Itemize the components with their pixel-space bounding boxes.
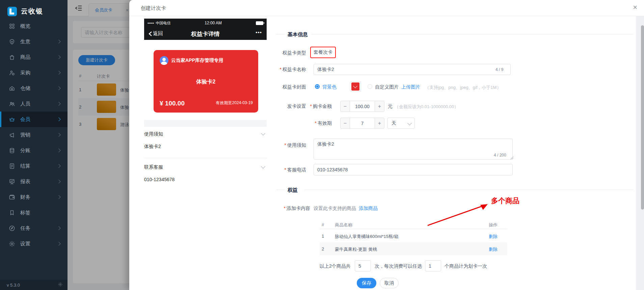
chevron-right-icon: [57, 226, 60, 230]
modal-header: 创建计次卡 ×: [129, 0, 644, 16]
settlement-icon: [9, 163, 15, 169]
service-phone-input[interactable]: [314, 164, 513, 175]
chevron-right-icon: [57, 71, 60, 74]
notice-textarea[interactable]: 体验卡2: [314, 139, 513, 160]
scrollbar-thumb[interactable]: [641, 25, 644, 210]
plus-button[interactable]: +: [375, 118, 384, 129]
save-button[interactable]: 保存: [357, 278, 376, 288]
app-name: 云收银: [21, 7, 43, 16]
report-icon: [9, 178, 15, 185]
plus-button[interactable]: +: [375, 101, 384, 112]
color-swatch-picker[interactable]: [350, 81, 361, 92]
minus-button[interactable]: −: [340, 118, 350, 129]
sidebar-item-task[interactable]: 任务: [0, 220, 68, 236]
phone-status-bar: ••••• 中国电信 12:00 AM: [144, 19, 267, 27]
product-row: 1 脉动仙人掌青橘味600ml*15瓶/箱 删除: [320, 229, 507, 242]
business-icon: [9, 39, 15, 45]
sidebar-footer: v 5.3.0: [0, 280, 68, 290]
validity-input[interactable]: [350, 118, 375, 129]
sidebar-item-marketing[interactable]: 营销: [0, 127, 68, 143]
chevron-down-icon: [407, 121, 412, 125]
minus-button[interactable]: −: [340, 101, 350, 112]
sidebar-item-tag[interactable]: 标签: [0, 205, 68, 220]
delete-link[interactable]: 删除: [489, 234, 498, 240]
section-title-rights: 权益: [288, 187, 298, 193]
gear-icon[interactable]: [58, 282, 63, 288]
usage-notice-text: 体验卡2: [144, 144, 161, 150]
scrollbar-track[interactable]: [636, 16, 644, 290]
chevron-right-icon: [57, 133, 60, 137]
phone-page-title: 权益卡详情: [144, 30, 267, 38]
rule-suffix: 个商品计为划卡一次: [445, 263, 487, 269]
rule-pick-input[interactable]: [425, 260, 441, 271]
chevron-right-icon: [57, 86, 60, 90]
card-price: ¥ 100.00: [160, 100, 185, 107]
background-color-option[interactable]: 背景色: [322, 84, 337, 90]
sidebar-item-member[interactable]: 会员: [0, 112, 68, 127]
goods-icon: [9, 54, 15, 61]
sidebar-item-overview[interactable]: 概览: [0, 18, 68, 34]
amount-input[interactable]: [350, 101, 375, 112]
sidebar-item-split-ledger[interactable]: 分账: [0, 143, 68, 158]
radio-background-color[interactable]: [315, 84, 320, 89]
sidebar-item-goods[interactable]: 商品: [0, 49, 68, 65]
cancel-button[interactable]: 取消: [380, 278, 399, 288]
upload-image-link[interactable]: 上传图片: [401, 84, 420, 90]
signal-dots-icon: •••••: [147, 21, 154, 25]
sidebar-item-staff[interactable]: 人员: [0, 96, 68, 112]
annotation-text: 多个商品: [491, 196, 519, 206]
name-input[interactable]: [314, 64, 511, 75]
chevron-right-icon: [57, 55, 60, 59]
overview-icon: [9, 23, 15, 29]
red-swatch: [351, 82, 359, 91]
radio-custom-image[interactable]: [368, 84, 372, 89]
finance-icon: [9, 194, 15, 200]
app-logo: 云收银: [0, 0, 68, 18]
purchase-icon: [9, 70, 15, 76]
sidebar: 云收银 概览 生意 商品 采购: [0, 0, 68, 290]
sidebar-item-settings[interactable]: 设置: [0, 236, 68, 251]
rule-times-input[interactable]: [355, 260, 371, 271]
sidebar-item-settlement[interactable]: 结算: [0, 158, 68, 174]
validity-label: *有效期: [288, 120, 332, 126]
version-label: v 5.3.0: [7, 283, 20, 288]
sidebar-item-report[interactable]: 报表: [0, 174, 68, 189]
custom-image-option[interactable]: 自定义图片: [375, 84, 399, 90]
sidebar-item-purchase[interactable]: 采购: [0, 65, 68, 80]
phone-nav-bar: 返回 权益卡详情 •••: [144, 27, 267, 40]
staff-icon: [9, 101, 15, 107]
delete-link[interactable]: 删除: [489, 246, 498, 252]
contact-title: 联系客服: [144, 164, 163, 170]
member-icon: [9, 116, 15, 123]
merchant-name: 云当家APP库存管理专用: [171, 57, 223, 64]
create-punch-card-modal: 创建计次卡 × ••••• 中国电信 12:00 AM 返回 权益卡详情 •••…: [129, 0, 644, 290]
divider: [276, 190, 285, 190]
phone-section-gap: [144, 120, 267, 127]
clock-label: 12:00 AM: [170, 21, 256, 25]
add-product-link[interactable]: 添加商品: [359, 206, 378, 212]
marketing-icon: [9, 132, 15, 138]
sidebar-item-business[interactable]: 生意: [0, 34, 68, 49]
chevron-right-icon: [57, 179, 60, 183]
close-icon[interactable]: ×: [633, 4, 637, 11]
sidebar-item-warehouse[interactable]: 仓储: [0, 80, 68, 96]
merchant-row: 云当家APP库存管理专用: [160, 56, 223, 65]
cover-label: 权益卡封面: [262, 84, 306, 90]
notice-label: *使用须知: [262, 142, 306, 148]
validity-unit-select[interactable]: 天: [387, 118, 415, 129]
rule-middle: 次，每次消费可以任选: [375, 263, 422, 269]
divider: [304, 190, 633, 190]
rule-prefix: 以上2个商品共: [320, 263, 351, 269]
sidebar-menu: 概览 生意 商品 采购 仓储: [0, 18, 68, 251]
type-value-highlighted: 套餐次卡: [310, 47, 336, 58]
sidebar-item-finance[interactable]: 财务: [0, 189, 68, 205]
divider: [276, 34, 285, 34]
contact-text: 010-12345678: [144, 177, 175, 182]
task-icon: [9, 225, 15, 232]
resize-grip-icon[interactable]: [510, 156, 513, 160]
more-dots-icon: •••: [256, 29, 262, 35]
service-phone-label: *客服电话: [262, 167, 306, 173]
battery-icon: [256, 21, 263, 25]
chevron-down-icon: [353, 84, 357, 88]
tag-icon: [9, 210, 15, 216]
